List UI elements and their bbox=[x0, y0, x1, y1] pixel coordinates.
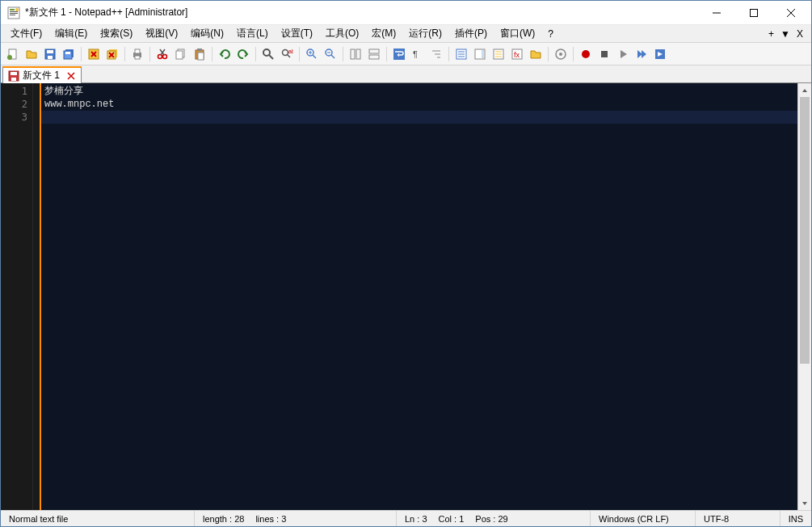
editor-line: www.mnpc.net bbox=[44, 98, 794, 111]
udl-icon[interactable] bbox=[452, 45, 470, 63]
save-macro-icon[interactable] bbox=[651, 45, 669, 63]
scroll-up-arrow[interactable] bbox=[798, 83, 811, 97]
close-file-icon[interactable] bbox=[85, 45, 103, 63]
wordwrap-icon[interactable] bbox=[390, 45, 408, 63]
indent-guide-icon[interactable] bbox=[427, 45, 445, 63]
doc-map-icon[interactable] bbox=[471, 45, 489, 63]
replace-icon[interactable]: ab bbox=[278, 45, 296, 63]
app-icon bbox=[7, 6, 20, 19]
status-lines: lines : 3 bbox=[255, 514, 286, 524]
save-all-icon[interactable] bbox=[60, 45, 78, 63]
svg-point-72 bbox=[582, 50, 590, 58]
status-length-lines: length : 28 lines : 3 bbox=[195, 511, 397, 526]
status-col: Col : 1 bbox=[439, 514, 465, 524]
status-mode[interactable]: INS bbox=[780, 511, 811, 526]
menu-extra-plus[interactable]: + bbox=[768, 28, 774, 40]
menu-edit[interactable]: 编辑(E) bbox=[48, 25, 94, 42]
maximize-button[interactable] bbox=[735, 1, 772, 25]
menu-help[interactable]: ? bbox=[541, 27, 560, 41]
file-tab[interactable]: 新文件 1 bbox=[2, 66, 82, 83]
svg-rect-3 bbox=[10, 13, 18, 14]
status-pos: Pos : 29 bbox=[475, 514, 507, 524]
zoom-in-icon[interactable] bbox=[303, 45, 321, 63]
svg-point-11 bbox=[7, 55, 12, 60]
close-all-icon[interactable] bbox=[103, 45, 121, 63]
minimize-button[interactable] bbox=[698, 1, 735, 25]
svg-line-43 bbox=[313, 55, 316, 58]
zoom-out-icon[interactable] bbox=[322, 45, 339, 63]
line-number: 3 bbox=[1, 111, 32, 124]
status-filetype: Normal text file bbox=[1, 511, 195, 526]
record-macro-icon[interactable] bbox=[577, 45, 595, 63]
svg-point-28 bbox=[158, 54, 162, 58]
menu-tools[interactable]: 工具(O) bbox=[319, 25, 365, 42]
vertical-scrollbar[interactable] bbox=[797, 83, 811, 510]
menu-language[interactable]: 语言(L) bbox=[230, 25, 275, 42]
svg-line-40 bbox=[288, 54, 291, 57]
svg-rect-73 bbox=[601, 51, 608, 57]
scroll-thumb[interactable] bbox=[800, 97, 810, 364]
scroll-down-arrow[interactable] bbox=[798, 496, 811, 510]
window-title: *新文件 1 - Notepad++ [Administrator] bbox=[25, 6, 698, 19]
sync-v-icon[interactable] bbox=[347, 45, 364, 63]
stop-macro-icon[interactable] bbox=[595, 45, 613, 63]
redo-icon[interactable] bbox=[234, 45, 252, 63]
sync-h-icon[interactable] bbox=[365, 45, 383, 63]
status-encoding[interactable]: UTF-8 bbox=[696, 511, 780, 526]
text-editor[interactable]: 梦楠分享 www.mnpc.net bbox=[41, 83, 797, 510]
svg-rect-4 bbox=[10, 15, 15, 15]
menu-extra-x[interactable]: X bbox=[797, 28, 803, 40]
open-file-icon[interactable] bbox=[23, 45, 40, 63]
tab-close-icon[interactable] bbox=[66, 71, 76, 81]
toolbar: ab ¶ fx bbox=[1, 43, 811, 65]
menu-settings[interactable]: 设置(T) bbox=[275, 25, 319, 42]
function-list-icon[interactable]: fx bbox=[508, 45, 526, 63]
folder-workspace-icon[interactable] bbox=[527, 45, 545, 63]
print-icon[interactable] bbox=[128, 45, 146, 63]
svg-point-5 bbox=[15, 8, 19, 11]
svg-rect-13 bbox=[47, 50, 53, 53]
find-icon[interactable] bbox=[259, 45, 277, 63]
line-number-gutter: 1 2 3 bbox=[1, 83, 33, 510]
svg-rect-35 bbox=[197, 48, 202, 51]
menu-plugins[interactable]: 插件(P) bbox=[448, 25, 494, 42]
svg-text:fx: fx bbox=[514, 51, 520, 59]
play-macro-icon[interactable] bbox=[614, 45, 632, 63]
svg-rect-1 bbox=[10, 9, 15, 11]
svg-rect-33 bbox=[176, 51, 183, 59]
svg-line-47 bbox=[331, 55, 334, 58]
undo-icon[interactable] bbox=[216, 45, 234, 63]
play-multi-icon[interactable] bbox=[633, 45, 650, 63]
line-number: 2 bbox=[1, 98, 32, 111]
svg-rect-36 bbox=[198, 53, 204, 60]
close-button[interactable] bbox=[772, 1, 810, 25]
svg-rect-52 bbox=[369, 55, 379, 59]
copy-icon[interactable] bbox=[172, 45, 190, 63]
menu-macro[interactable]: 宏(M) bbox=[365, 25, 402, 42]
status-length: length : 28 bbox=[203, 514, 244, 524]
menu-view[interactable]: 视图(V) bbox=[139, 25, 184, 42]
svg-rect-76 bbox=[11, 72, 17, 75]
menu-search[interactable]: 搜索(S) bbox=[94, 25, 139, 42]
save-icon[interactable] bbox=[41, 45, 59, 63]
save-unsaved-icon bbox=[8, 70, 19, 82]
menu-run[interactable]: 运行(R) bbox=[402, 25, 448, 42]
svg-line-38 bbox=[269, 55, 273, 59]
menu-file[interactable]: 文件(F) bbox=[4, 25, 48, 42]
new-file-icon[interactable] bbox=[4, 45, 22, 63]
cut-icon[interactable] bbox=[154, 45, 171, 63]
doc-list-icon[interactable] bbox=[490, 45, 507, 63]
menu-window[interactable]: 窗口(W) bbox=[494, 25, 541, 42]
svg-point-39 bbox=[283, 49, 288, 55]
menu-extra-down[interactable]: ▼ bbox=[780, 28, 790, 40]
menu-encoding[interactable]: 编码(N) bbox=[184, 25, 230, 42]
status-eol[interactable]: Windows (CR LF) bbox=[591, 511, 696, 526]
show-all-chars-icon[interactable]: ¶ bbox=[409, 45, 427, 63]
editor-line: 梦楠分享 bbox=[44, 85, 794, 98]
paste-icon[interactable] bbox=[191, 45, 208, 63]
svg-rect-49 bbox=[351, 49, 355, 59]
svg-rect-26 bbox=[135, 49, 140, 53]
tab-label: 新文件 1 bbox=[23, 69, 60, 82]
monitoring-icon[interactable] bbox=[552, 45, 570, 63]
svg-point-29 bbox=[163, 54, 167, 58]
